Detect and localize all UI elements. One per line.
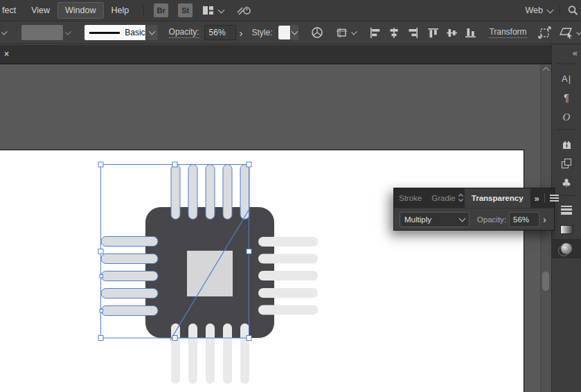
panel-opacity-expander-button[interactable]: › [541, 214, 548, 224]
artboard-options-icon[interactable] [336, 28, 349, 38]
panel-tab-bar: Stroke Gradie Transparency » [393, 188, 555, 208]
search-icon[interactable] [567, 5, 580, 16]
more-options-chevron-icon[interactable] [576, 29, 581, 35]
align-vertical-top-icon[interactable] [428, 28, 439, 38]
width-profile-dropdown[interactable] [21, 25, 63, 40]
opacity-expander-button[interactable]: › [238, 28, 245, 38]
tab-stroke[interactable]: Stroke [394, 188, 427, 208]
transparency-panel-icon[interactable] [552, 239, 581, 258]
panel-opacity-label: Opacity: [477, 215, 506, 224]
menu-help[interactable]: Help [104, 2, 137, 19]
paragraph-panel-icon[interactable]: ¶ [552, 88, 581, 107]
align-vertical-bottom-icon[interactable] [465, 28, 476, 38]
panel-menu-icon[interactable] [550, 195, 559, 202]
brush-definition-chevron-icon[interactable] [145, 25, 158, 40]
stroke-preview [89, 32, 120, 34]
artboards-panel-icon[interactable] [552, 154, 581, 173]
opentype-panel-icon[interactable]: O [552, 107, 581, 127]
menu-separator [143, 5, 144, 16]
dock-grip[interactable] [557, 63, 576, 67]
symbols-panel-icon[interactable]: ♣ [552, 173, 581, 193]
brush-definition-label: Basic [125, 28, 145, 37]
workspace-chevron-icon[interactable] [547, 6, 554, 13]
panel-dock: « A| ¶ O ♣ [551, 44, 581, 392]
blend-mode-select[interactable]: Multiply [400, 212, 470, 227]
menu-bar: fect View Window Help Br St Web [0, 0, 581, 21]
panel-opacity-input[interactable]: 56% [509, 212, 539, 227]
share-icon[interactable] [236, 5, 251, 16]
arrange-documents-chevron-icon[interactable] [218, 6, 225, 13]
dock-grip[interactable] [557, 129, 576, 133]
scroll-up-icon[interactable] [541, 64, 551, 74]
align-horizontal-center-icon[interactable] [388, 28, 400, 38]
workspace-switcher[interactable]: Web [520, 3, 544, 17]
menu-window[interactable]: Window [57, 2, 103, 19]
close-tab-icon[interactable]: × [4, 50, 9, 58]
style-label: Style: [252, 28, 273, 37]
gradient-panel-icon[interactable] [552, 220, 581, 239]
transform-link[interactable]: Transform [489, 27, 526, 38]
chip-die-square[interactable] [187, 251, 233, 296]
align-vertical-center-icon[interactable] [447, 28, 458, 38]
shear-icon[interactable] [559, 27, 573, 39]
scale-bounding-box-icon[interactable] [538, 26, 551, 39]
appearance-panel-icon[interactable] [552, 134, 581, 154]
tab-gradient[interactable]: Gradie [427, 188, 457, 208]
menu-separator [560, 5, 560, 16]
brush-definition-dropdown[interactable]: Basic [84, 25, 145, 40]
document-tab[interactable]: × [0, 44, 551, 64]
fill-color-chevron-icon[interactable] [1, 29, 8, 35]
scrollbar-thumb[interactable] [542, 271, 549, 291]
opacity-input[interactable]: 56% [204, 25, 236, 40]
style-chevron-icon[interactable] [290, 25, 298, 40]
tab-transparency[interactable]: Transparency [465, 188, 530, 208]
style-swatch[interactable] [278, 26, 291, 39]
blend-mode-value: Multiply [404, 215, 431, 224]
tab-cycle-icon[interactable] [458, 193, 464, 204]
artboard-options-chevron-icon[interactable] [351, 29, 357, 35]
arrange-documents-icon[interactable] [202, 6, 214, 15]
character-panel-icon[interactable]: A| [552, 69, 581, 88]
bridge-button[interactable]: Br [154, 3, 168, 17]
transparency-panel: Stroke Gradie Transparency » Multiply Op… [393, 188, 555, 231]
align-horizontal-right-icon[interactable] [407, 28, 418, 38]
control-bar: Basic Opacity: 56% › Style: [0, 21, 581, 44]
menu-view[interactable]: View [24, 2, 57, 19]
transparency-panel-body: Multiply Opacity: 56% › [393, 208, 555, 231]
recolor-artwork-icon[interactable] [311, 26, 323, 39]
width-profile-chevron-icon [66, 29, 72, 35]
illustrator-window: fect View Window Help Br St Web [0, 0, 581, 392]
collapse-dock-icon[interactable]: « [552, 44, 581, 61]
stock-button[interactable]: St [178, 3, 193, 17]
panel-separator [544, 193, 545, 203]
panel-undock-icon[interactable]: » [530, 193, 543, 204]
menu-effect[interactable]: fect [0, 2, 24, 19]
opacity-link[interactable]: Opacity: [169, 27, 199, 38]
align-horizontal-left-icon[interactable] [370, 28, 381, 38]
